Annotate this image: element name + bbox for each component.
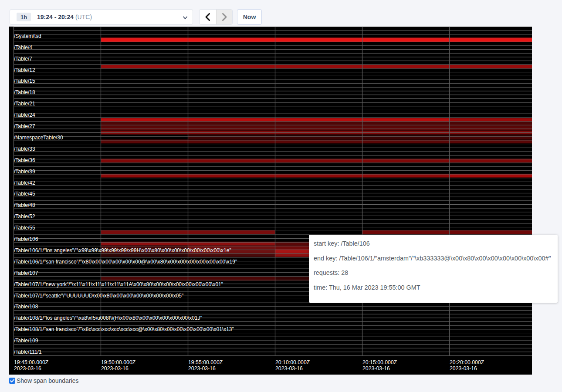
svg-text:/Table/24: /Table/24 bbox=[14, 112, 35, 118]
svg-text:/Table/108/1/"los angeles"/"\x: /Table/108/1/"los angeles"/"\xa8\xf5\u00… bbox=[14, 315, 202, 321]
svg-text:/Table/33: /Table/33 bbox=[14, 146, 35, 152]
svg-text:19:45:00.000Z: 19:45:00.000Z bbox=[14, 359, 49, 365]
svg-text:/Table/107/1/"new york"/"\x11\: /Table/107/1/"new york"/"\x11\x11\x11\x1… bbox=[14, 281, 223, 287]
svg-text:20:10:00.000Z: 20:10:00.000Z bbox=[275, 359, 310, 365]
svg-text:2023-03-16: 2023-03-16 bbox=[14, 365, 41, 372]
svg-text:19:55:00.000Z: 19:55:00.000Z bbox=[188, 359, 223, 365]
svg-text:/Table/15: /Table/15 bbox=[14, 78, 35, 84]
svg-text:2023-03-16: 2023-03-16 bbox=[450, 365, 477, 372]
svg-text:20:15:00.000Z: 20:15:00.000Z bbox=[362, 359, 397, 365]
svg-text:/NamespaceTable/30: /NamespaceTable/30 bbox=[14, 135, 63, 141]
svg-text:/Table/12: /Table/12 bbox=[14, 67, 35, 73]
svg-text:/Table/106/1/"san francisco"/": /Table/106/1/"san francisco"/"\x80\x00\x… bbox=[14, 259, 237, 265]
svg-text:/Table/107/1/"seattle"/"UUUUUU: /Table/107/1/"seattle"/"UUUUUUD\x00\x80\… bbox=[14, 293, 183, 299]
svg-text:/Table/106/1/"los angeles"/"\x: /Table/106/1/"los angeles"/"\x99\x99\x99… bbox=[14, 247, 231, 253]
svg-text:/Table/111/1: /Table/111/1 bbox=[14, 349, 42, 355]
svg-text:/Table/52: /Table/52 bbox=[14, 213, 35, 220]
svg-text:/Table/21: /Table/21 bbox=[14, 101, 35, 107]
svg-text:/Table/106: /Table/106 bbox=[14, 236, 38, 242]
svg-text:/Table/107: /Table/107 bbox=[14, 270, 38, 276]
svg-text:/Table/36: /Table/36 bbox=[14, 157, 35, 163]
svg-text:/Table/7: /Table/7 bbox=[14, 56, 32, 62]
svg-text:/Table/4: /Table/4 bbox=[14, 44, 32, 51]
svg-text:2023-03-16: 2023-03-16 bbox=[188, 365, 216, 372]
svg-text:/Table/18: /Table/18 bbox=[14, 89, 35, 95]
svg-text:/Table/108: /Table/108 bbox=[14, 304, 38, 310]
svg-text:2023-03-16: 2023-03-16 bbox=[275, 365, 303, 372]
svg-text:/Table/45: /Table/45 bbox=[14, 191, 35, 197]
svg-text:/Table/55: /Table/55 bbox=[14, 225, 35, 231]
svg-text:/Table/109: /Table/109 bbox=[14, 338, 38, 344]
svg-text:19:50:00.000Z: 19:50:00.000Z bbox=[101, 359, 136, 365]
svg-text:/Table/108/1/"san francisco"/": /Table/108/1/"san francisco"/"\x8c\xcc\x… bbox=[14, 326, 234, 332]
svg-text:/Table/39: /Table/39 bbox=[14, 169, 35, 175]
svg-text:20:20:00.000Z: 20:20:00.000Z bbox=[450, 359, 484, 365]
svg-text:2023-03-16: 2023-03-16 bbox=[362, 365, 390, 372]
svg-text:/Table/48: /Table/48 bbox=[14, 202, 35, 208]
svg-text:/System/tsd: /System/tsd bbox=[14, 33, 41, 39]
svg-text:2023-03-16: 2023-03-16 bbox=[101, 365, 129, 372]
svg-text:/Table/42: /Table/42 bbox=[14, 180, 35, 186]
svg-text:/Table/27: /Table/27 bbox=[14, 123, 35, 129]
